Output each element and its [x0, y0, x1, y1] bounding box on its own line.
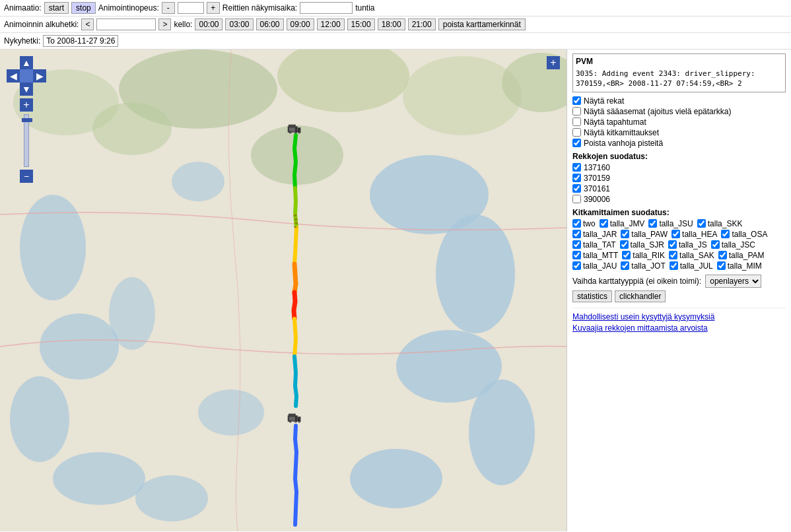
svg-point-18	[135, 475, 208, 521]
map-terrain	[0, 50, 567, 531]
kitka-tallaskk-checkbox[interactable]	[697, 219, 706, 228]
svg-point-36	[290, 421, 291, 422]
kitka-tallajot-checkbox[interactable]	[621, 261, 629, 270]
kitka-two: two	[572, 219, 596, 228]
vaihda-label: Vaihda karttatyyppiä (ei oikein toimi):	[572, 277, 701, 286]
statistics-button[interactable]: statistics	[572, 290, 612, 302]
svg-point-14	[53, 452, 145, 505]
speed-minus-button[interactable]: -	[162, 2, 175, 14]
animointinopeus-label: Animointinopeus:	[98, 3, 159, 13]
svg-rect-32	[289, 416, 295, 420]
poista-vanhoja-checkbox[interactable]	[572, 139, 581, 147]
kitka-talla-sak: talla_SAK	[669, 251, 714, 260]
svg-point-26	[290, 132, 291, 133]
pan-west-button[interactable]: ◀	[7, 69, 20, 83]
time-0600-button[interactable]: 06:00	[256, 18, 284, 30]
truck-icon-1[interactable]	[287, 122, 302, 137]
rekka-137160-checkbox[interactable]	[572, 163, 581, 172]
kitka-talla-rik: talla_RIK	[622, 251, 665, 260]
time-1800-button[interactable]: 18:00	[378, 18, 405, 30]
nayta-saaasemat-label: Näytä sääasemat (ajoitus vielä epätarkka…	[584, 107, 731, 116]
svg-point-17	[198, 389, 264, 436]
kitka-talla-js: talla_JS	[668, 240, 707, 249]
rekka-370161-checkbox[interactable]	[572, 184, 581, 193]
pan-north-button[interactable]: ▲	[20, 56, 33, 69]
time-0300-button[interactable]: 03:00	[225, 18, 253, 30]
rekka-370161-label: 370161	[584, 184, 610, 193]
kitka-tallajmv-checkbox[interactable]	[600, 219, 608, 228]
kitka-talla-sjr: talla_SJR	[620, 240, 664, 249]
kysymyksia-link[interactable]: Mahdollisesti usein kysyttyjä kysymyksiä	[572, 312, 786, 321]
sidebar: PVM 3035: Adding event 2343: driver_slip…	[567, 50, 791, 531]
rekka-370159-row: 370159	[572, 174, 786, 183]
zoom-track[interactable]	[24, 114, 29, 167]
svg-point-38	[295, 421, 296, 422]
kitka-tallajsc-checkbox[interactable]	[711, 240, 720, 249]
time-0900-button[interactable]: 09:00	[287, 18, 314, 30]
time-1200-button[interactable]: 12:00	[317, 18, 345, 30]
map-container[interactable]: ▲ ◀ ▶ ▼ + − +	[0, 50, 567, 531]
kitka-tallamtt-checkbox[interactable]	[572, 251, 581, 259]
zoom-in-button[interactable]: +	[20, 98, 33, 112]
kitka-tallamim-checkbox[interactable]	[717, 261, 726, 270]
map-controls: ▲ ◀ ▶ ▼ + −	[7, 56, 46, 183]
map-plus-button[interactable]: +	[547, 56, 560, 69]
kitka-talla-mim: talla_MIM	[717, 261, 762, 271]
vaihda-row: Vaihda karttatyyppiä (ei oikein toimi): …	[572, 275, 786, 288]
truck-icon-2[interactable]	[287, 411, 302, 426]
svg-point-4	[403, 56, 522, 135]
zoom-thumb[interactable]	[22, 118, 32, 122]
kitka-tallatat-checkbox[interactable]	[572, 240, 581, 249]
nayta-rekat-checkbox[interactable]	[572, 96, 581, 105]
kitka-tallasak-checkbox[interactable]	[669, 251, 677, 259]
rekka-370159-checkbox[interactable]	[572, 174, 581, 182]
kitka-talla-jsc: talla_JSC	[711, 240, 755, 249]
rekka-390006-row: 390006	[572, 195, 786, 204]
rekka-390006-checkbox[interactable]	[572, 195, 581, 203]
svg-point-10	[350, 449, 442, 508]
kitka-tallajul-checkbox[interactable]	[670, 261, 678, 270]
speed-plus-button[interactable]: +	[207, 2, 220, 14]
kitka-tallaosa-checkbox[interactable]	[721, 230, 730, 238]
svg-point-28	[295, 132, 296, 133]
kitka-tallasjr-checkbox[interactable]	[620, 240, 629, 249]
kitka-talla-hea: talla_HEA	[671, 230, 717, 239]
kitka-tallajar-checkbox[interactable]	[572, 230, 581, 238]
kitka-two-checkbox[interactable]	[572, 219, 581, 228]
kitka-tallapam-checkbox[interactable]	[718, 251, 727, 259]
zoom-out-button[interactable]: −	[20, 170, 33, 183]
nayta-tapahtumat-checkbox[interactable]	[572, 117, 581, 126]
pan-south-button[interactable]: ▼	[20, 83, 33, 96]
pan-east-button[interactable]: ▶	[33, 69, 46, 83]
stop-button[interactable]: stop	[71, 2, 96, 14]
date-next-button[interactable]: >	[158, 18, 171, 30]
nayta-kitkamittaukset-checkbox[interactable]	[572, 128, 581, 137]
kuvaajia-link[interactable]: Kuvaajia rekkojen mittaamista arvoista	[572, 323, 786, 333]
kitka-talla-skk: talla_SKK	[697, 219, 743, 228]
zoom-slider[interactable]: + −	[20, 98, 33, 183]
kitka-tallapaw-checkbox[interactable]	[621, 230, 629, 238]
kitka-tallarik-checkbox[interactable]	[622, 251, 631, 259]
date-input[interactable]: 2008-11-27	[96, 18, 156, 30]
kitka-tallahea-checkbox[interactable]	[671, 230, 680, 238]
time-2100-button[interactable]: 21:00	[408, 18, 436, 30]
rekka-137160-label: 137160	[584, 163, 610, 172]
nayta-saaasemat-checkbox[interactable]	[572, 107, 581, 116]
map-type-select[interactable]: openlayers google bing	[705, 275, 761, 288]
speed-input[interactable]: 25	[178, 2, 204, 14]
svg-point-16	[109, 277, 155, 350]
animaatio-label: Animaatio:	[4, 3, 42, 13]
kitka-talla-mtt: talla_MTT	[572, 251, 618, 260]
time-0000-button[interactable]: 00:00	[195, 18, 223, 30]
date-prev-button[interactable]: <	[81, 18, 94, 30]
time-1500-button[interactable]: 15:00	[347, 18, 375, 30]
svg-point-12	[40, 314, 119, 380]
kitka-tallajau-checkbox[interactable]	[572, 261, 581, 270]
nayta-saaasemat-row: Näytä sääasemat (ajoitus vielä epätarkka…	[572, 107, 786, 116]
clickhandler-button[interactable]: clickhandler	[615, 290, 666, 302]
start-button[interactable]: start	[44, 2, 69, 14]
poista-button[interactable]: poista karttamerkinnät	[438, 18, 526, 30]
kitka-tallajsu-checkbox[interactable]	[648, 219, 657, 228]
kitka-tallajs-checkbox[interactable]	[668, 240, 677, 249]
reittien-input[interactable]: 5	[300, 2, 353, 14]
